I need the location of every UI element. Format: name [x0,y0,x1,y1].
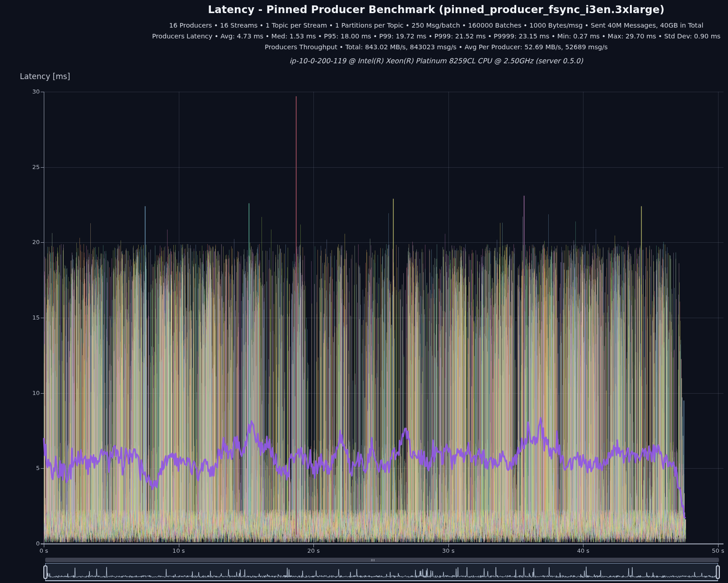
latency-chart-canvas[interactable] [0,0,728,557]
navigator-left-handle[interactable] [43,565,47,579]
x-tick-label: 20 s [302,547,325,554]
host-info-line: ip-10-0-200-119 @ Intel(R) Xeon(R) Plati… [145,57,728,65]
throughput-stats-line: Producers Throughput • Total: 843.02 MB/… [145,42,728,52]
x-tick-label: 30 s [437,547,460,554]
y-tick-label: 15 [20,314,40,321]
x-tick-label: 40 s [572,547,594,554]
y-axis-title: Latency [ms] [20,72,70,81]
x-tick-label: 0 s [33,547,55,554]
scrollbar-grip[interactable] [371,559,375,561]
navigator-right-handle[interactable] [716,565,720,579]
range-navigator[interactable] [45,563,718,581]
chart-header: Latency - Pinned Producer Benchmark (pin… [0,4,728,65]
navigator-waveform-canvas[interactable] [46,564,718,580]
x-tick-label: 10 s [168,547,190,554]
chart-title: Latency - Pinned Producer Benchmark (pin… [145,4,728,15]
y-tick-label: 0 [20,540,40,547]
y-tick-label: 10 [20,390,40,396]
benchmark-config-line: 16 Producers • 16 Streams • 1 Topic per … [145,20,728,31]
y-tick-label: 5 [20,465,40,471]
latency-stats-line: Producers Latency • Avg: 4.73 ms • Med: … [145,31,728,42]
y-tick-label: 20 [20,239,40,245]
y-tick-label: 30 [20,88,40,95]
y-tick-label: 25 [20,164,40,170]
chart-horizontal-scrollbar[interactable] [45,558,719,562]
benchmark-dashboard: Latency - Pinned Producer Benchmark (pin… [0,0,728,583]
x-tick-label: 50 s [707,547,728,554]
